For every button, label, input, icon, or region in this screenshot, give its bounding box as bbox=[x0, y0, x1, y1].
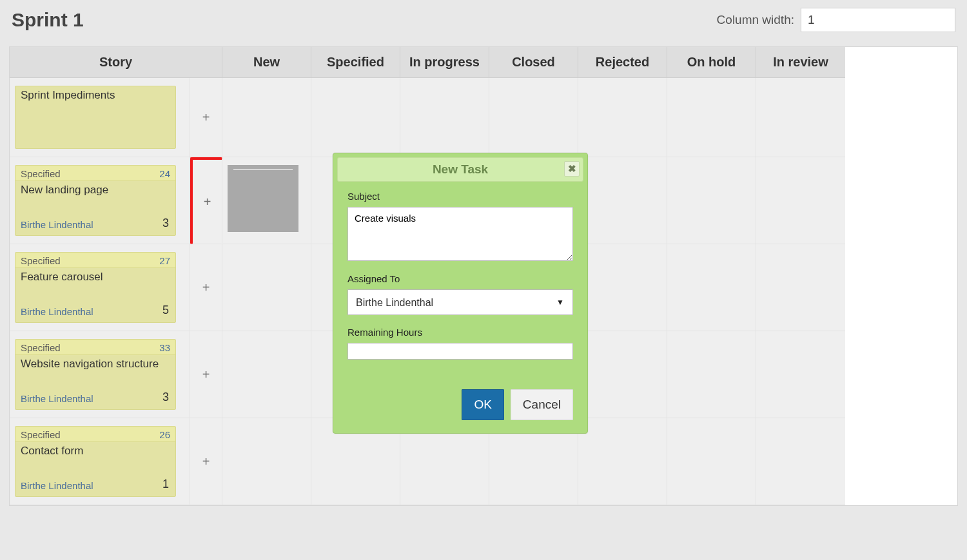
story-cell: Specified27Feature carouselBirthe Linden… bbox=[10, 244, 190, 331]
plus-icon: + bbox=[202, 367, 210, 382]
column-header-onhold: On hold bbox=[667, 47, 756, 78]
story-meta: Birthe Lindenthal3 bbox=[15, 385, 175, 409]
board-cell[interactable] bbox=[578, 244, 667, 331]
board-cell[interactable] bbox=[578, 157, 667, 244]
column-width-label: Column width: bbox=[717, 13, 794, 27]
story-id[interactable]: 27 bbox=[159, 255, 170, 266]
topbar: Sprint 1 Column width: bbox=[9, 8, 958, 32]
assigned-to-label: Assigned To bbox=[347, 273, 573, 284]
story-status: Specified bbox=[21, 342, 61, 353]
story-status-row: Specified27 bbox=[15, 253, 175, 268]
add-task-button[interactable]: + bbox=[190, 244, 222, 331]
remaining-hours-label: Remaining Hours bbox=[347, 327, 573, 338]
board-cell[interactable] bbox=[756, 331, 845, 418]
plus-icon: + bbox=[202, 110, 210, 125]
story-status-row: Specified24 bbox=[15, 166, 175, 181]
add-task-button[interactable]: + bbox=[190, 331, 222, 418]
cancel-button[interactable]: Cancel bbox=[511, 389, 573, 420]
add-task-button[interactable]: + bbox=[190, 157, 222, 244]
board-cell[interactable] bbox=[667, 157, 756, 244]
add-task-button[interactable]: + bbox=[190, 78, 222, 157]
story-status: Specified bbox=[21, 168, 61, 179]
board-cell[interactable] bbox=[578, 331, 667, 418]
board-cell[interactable] bbox=[222, 418, 311, 505]
story-title: Contact form bbox=[15, 442, 175, 459]
board-cell[interactable] bbox=[756, 244, 845, 331]
story-meta: Birthe Lindenthal1 bbox=[15, 472, 175, 496]
subject-input[interactable] bbox=[347, 207, 573, 261]
story-card[interactable]: Specified33Website navigation structureB… bbox=[15, 339, 176, 410]
story-status-row: Specified33 bbox=[15, 340, 175, 355]
board-cell[interactable] bbox=[756, 157, 845, 244]
column-header-story: Story bbox=[10, 47, 222, 78]
story-meta: Birthe Lindenthal3 bbox=[15, 211, 175, 235]
board-cell[interactable] bbox=[222, 157, 311, 244]
story-status-row: Specified26 bbox=[15, 427, 175, 442]
story-meta: Birthe Lindenthal5 bbox=[15, 298, 175, 322]
story-points: 3 bbox=[162, 217, 169, 230]
story-assignee[interactable]: Birthe Lindenthal bbox=[21, 219, 93, 230]
page-title: Sprint 1 bbox=[12, 9, 84, 31]
board-cell[interactable] bbox=[400, 78, 489, 157]
story-assignee[interactable]: Birthe Lindenthal bbox=[21, 393, 93, 404]
add-task-button[interactable]: + bbox=[190, 418, 222, 505]
story-status: Specified bbox=[21, 255, 61, 266]
column-header-closed: Closed bbox=[489, 47, 578, 78]
story-cell: Specified24New landing pageBirthe Linden… bbox=[10, 157, 190, 244]
story-id[interactable]: 33 bbox=[159, 342, 170, 353]
task-card-placeholder[interactable] bbox=[228, 165, 298, 232]
story-card[interactable]: Specified26Contact formBirthe Lindenthal… bbox=[15, 426, 176, 497]
dialog-title: New Task bbox=[433, 162, 488, 177]
board-cell[interactable] bbox=[667, 244, 756, 331]
board-cell[interactable] bbox=[222, 244, 311, 331]
board-cell[interactable] bbox=[667, 78, 756, 157]
board-cell[interactable] bbox=[311, 78, 400, 157]
column-header-new: New bbox=[222, 47, 311, 78]
story-title: Website navigation structure bbox=[15, 355, 175, 372]
dialog-body: Subject Assigned To Birthe Lindenthal ▼ … bbox=[337, 188, 583, 389]
story-cell: Specified33Website navigation structureB… bbox=[10, 331, 190, 418]
assigned-to-select[interactable]: Birthe Lindenthal bbox=[347, 289, 573, 315]
story-assignee[interactable]: Birthe Lindenthal bbox=[21, 306, 93, 317]
story-card[interactable]: Specified24New landing pageBirthe Linden… bbox=[15, 165, 176, 236]
story-id[interactable]: 26 bbox=[159, 429, 170, 440]
story-cell: Specified26Contact formBirthe Lindenthal… bbox=[10, 418, 190, 505]
story-card[interactable]: Specified27Feature carouselBirthe Linden… bbox=[15, 252, 176, 323]
column-header-inreview: In review bbox=[756, 47, 845, 78]
subject-label: Subject bbox=[347, 191, 573, 202]
column-header-rejected: Rejected bbox=[578, 47, 667, 78]
board-cell[interactable] bbox=[489, 78, 578, 157]
board-cell[interactable] bbox=[578, 418, 667, 505]
story-points: 5 bbox=[162, 304, 169, 317]
story-title: New landing page bbox=[15, 181, 175, 198]
board-cell[interactable] bbox=[578, 78, 667, 157]
column-width-input[interactable] bbox=[801, 8, 955, 32]
board-cell[interactable] bbox=[222, 78, 311, 157]
story-status: Specified bbox=[21, 429, 61, 440]
story-cell: Sprint Impediments bbox=[10, 78, 190, 157]
close-icon: ✖ bbox=[568, 163, 576, 175]
story-assignee[interactable]: Birthe Lindenthal bbox=[21, 480, 93, 491]
column-header-specified: Specified bbox=[311, 47, 400, 78]
dialog-header[interactable]: New Task ✖ bbox=[337, 157, 583, 182]
plus-icon: + bbox=[202, 454, 210, 469]
story-points: 3 bbox=[162, 391, 169, 404]
story-title: Sprint Impediments bbox=[15, 86, 175, 103]
close-button[interactable]: ✖ bbox=[564, 161, 580, 177]
board-header: Story New Specified In progress Closed R… bbox=[10, 47, 957, 78]
new-task-dialog: New Task ✖ Subject Assigned To Birthe Li… bbox=[333, 153, 588, 434]
remaining-hours-input[interactable] bbox=[347, 343, 573, 360]
story-id[interactable]: 24 bbox=[159, 168, 170, 179]
board-cell[interactable] bbox=[667, 418, 756, 505]
story-card[interactable]: Sprint Impediments bbox=[15, 86, 176, 149]
column-width-control: Column width: bbox=[717, 8, 955, 32]
board-cell[interactable] bbox=[756, 78, 845, 157]
board-cell[interactable] bbox=[756, 418, 845, 505]
story-title: Feature carousel bbox=[15, 268, 175, 285]
board-cell[interactable] bbox=[667, 331, 756, 418]
plus-icon: + bbox=[204, 195, 211, 209]
column-header-inprogress: In progress bbox=[400, 47, 489, 78]
board-cell[interactable] bbox=[222, 331, 311, 418]
plus-icon: + bbox=[202, 280, 210, 295]
ok-button[interactable]: OK bbox=[462, 389, 503, 420]
